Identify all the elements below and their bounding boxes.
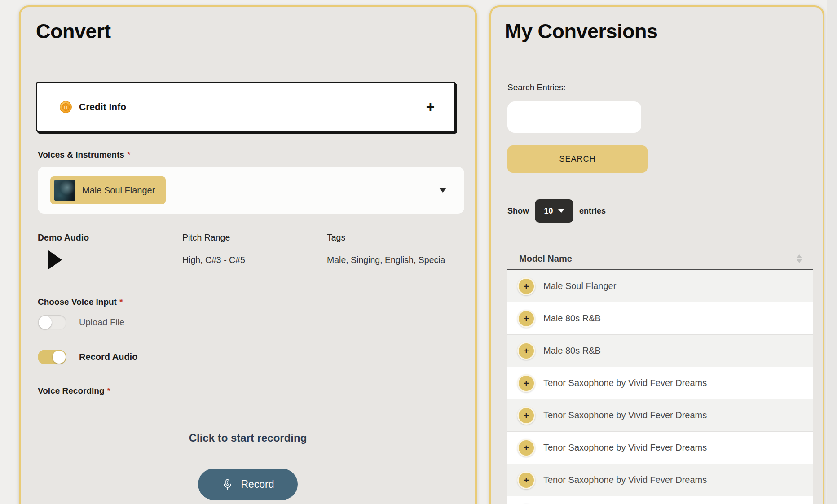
toggle-knob	[39, 316, 52, 329]
page-size-control: Show 10 entries	[507, 199, 606, 223]
required-asterisk: *	[119, 297, 123, 307]
tags-value: Male, Singing, English, Specia	[327, 255, 464, 265]
search-entries-input[interactable]	[507, 101, 641, 133]
column-header-label: Model Name	[519, 254, 572, 264]
model-name-cell: Male Soul Flanger	[543, 281, 616, 291]
model-name-cell: Tenor Saxophone by Vivid Fever Dreams	[543, 410, 707, 421]
play-demo-button[interactable]	[48, 250, 62, 269]
convert-panel: Convert Credit Info + Voices & Instrumen…	[19, 5, 477, 504]
page-scrollbar-track[interactable]	[827, 0, 837, 504]
table-row: + Tenor Saxophone by Vivid Fever Dreams	[507, 432, 813, 464]
model-name-column-header[interactable]: Model Name	[507, 248, 813, 270]
search-entries-label: Search Entries:	[507, 83, 566, 92]
table-row: + Tenor Saxophone by Vivid Fever Dreams	[507, 399, 813, 432]
table-row: + Male 80s R&B	[507, 335, 813, 367]
voice-recording-label: Voice Recording*	[38, 386, 110, 396]
search-button[interactable]: SEARCH	[507, 145, 648, 173]
caret-down-icon	[439, 188, 446, 193]
plus-icon: +	[524, 346, 529, 355]
record-audio-option: Record Audio	[38, 350, 137, 364]
convert-title: Convert	[36, 20, 111, 43]
table-row: + Male Soul Flanger	[507, 270, 813, 302]
expand-row-button[interactable]: +	[517, 439, 535, 457]
pitch-range-label: Pitch Range	[182, 232, 230, 243]
upload-file-label: Upload File	[79, 317, 124, 328]
recording-hint[interactable]: Click to start recording	[21, 432, 475, 444]
plus-icon: +	[524, 314, 529, 323]
entries-label: entries	[579, 206, 606, 216]
expand-row-button[interactable]: +	[517, 374, 535, 392]
toggle-knob	[53, 351, 66, 364]
voices-label: Voices & Instruments*	[38, 150, 130, 160]
model-name-cell: Tenor Saxophone by Vivid Fever Dreams	[543, 378, 707, 388]
caret-down-icon	[558, 209, 564, 213]
plus-icon: +	[524, 475, 529, 485]
selected-voice-label: Male Soul Flanger	[82, 185, 155, 196]
expand-row-button[interactable]: +	[517, 471, 535, 489]
choose-voice-input-label: Choose Voice Input*	[38, 297, 123, 307]
required-asterisk: *	[107, 386, 110, 395]
required-asterisk: *	[127, 150, 130, 159]
pitch-range-value: High, C#3 - C#5	[182, 255, 245, 265]
model-name-cell: Male 80s R&B	[543, 313, 601, 324]
credit-info-accordion[interactable]: Credit Info +	[36, 82, 456, 132]
credit-info-label: Credit Info	[79, 101, 126, 112]
model-name-cell: Tenor Saxophone by Vivid Fever Dreams	[543, 443, 707, 453]
plus-icon: +	[524, 378, 529, 388]
sort-icon[interactable]	[797, 254, 802, 263]
my-conversions-panel: My Conversions Search Entries: SEARCH Sh…	[489, 5, 824, 504]
plus-icon: +	[524, 281, 529, 291]
upload-file-option: Upload File	[38, 315, 124, 330]
coin-icon	[60, 101, 72, 113]
plus-icon: +	[524, 443, 529, 452]
table-row: + Tenor Saxophone by Vivid Fever Dreams	[507, 464, 813, 496]
page-size-select[interactable]: 10	[535, 199, 573, 223]
expand-row-button[interactable]: +	[517, 277, 535, 295]
show-label: Show	[507, 206, 529, 216]
table-row: + Tenor Saxophone by Vivid Fever Dreams	[507, 367, 813, 399]
expand-icon[interactable]: +	[426, 100, 435, 114]
record-button[interactable]: Record	[198, 469, 298, 500]
voices-select[interactable]: Male Soul Flanger	[38, 167, 464, 214]
play-icon	[48, 250, 62, 269]
page-size-value: 10	[544, 206, 553, 216]
record-audio-label: Record Audio	[79, 352, 137, 362]
voice-thumbnail	[54, 180, 75, 201]
upload-file-toggle[interactable]	[38, 315, 66, 330]
demo-audio-label: Demo Audio	[38, 232, 89, 243]
expand-row-button[interactable]: +	[517, 342, 535, 360]
model-name-cell: Tenor Saxophone by Vivid Fever Dreams	[543, 475, 707, 485]
expand-row-button[interactable]: +	[517, 407, 535, 425]
record-button-label: Record	[241, 478, 274, 491]
table-row: + Male 80s R&B	[507, 302, 813, 335]
model-name-cell: Male 80s R&B	[543, 346, 601, 356]
tags-label: Tags	[327, 232, 345, 243]
table-row: +	[507, 496, 813, 504]
expand-row-button[interactable]: +	[517, 310, 535, 328]
microphone-icon	[221, 478, 233, 491]
table-body: + Male Soul Flanger + Male 80s R&B + Mal…	[507, 270, 813, 504]
selected-voice-chip: Male Soul Flanger	[50, 176, 166, 204]
my-conversions-title: My Conversions	[505, 20, 658, 43]
record-audio-toggle[interactable]	[38, 350, 66, 364]
plus-icon: +	[524, 411, 529, 420]
conversions-table: Model Name + Male Soul Flanger + Male 80…	[507, 248, 813, 504]
